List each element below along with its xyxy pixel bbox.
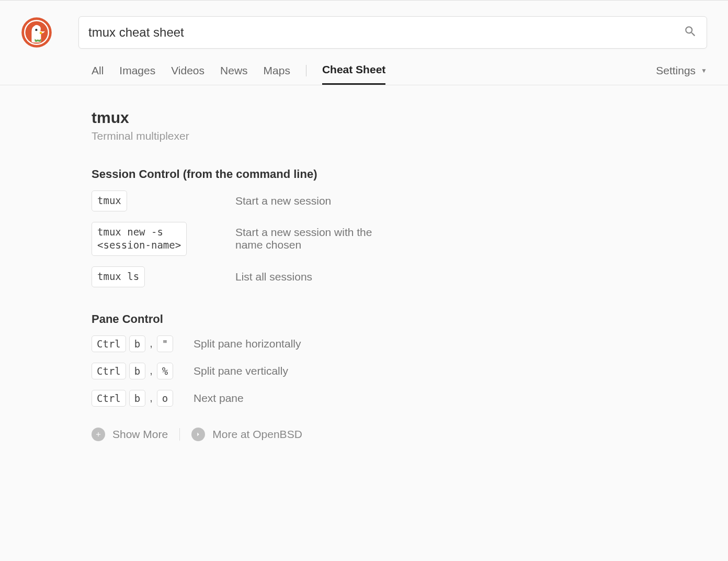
command-row: tmux Start a new session <box>92 190 450 211</box>
key-separator: , <box>149 365 154 377</box>
chevron-down-icon: ▼ <box>701 67 707 74</box>
tab-videos[interactable]: Videos <box>171 64 204 84</box>
footer-row: Show More More at OpenBSD <box>92 428 450 441</box>
svg-point-3 <box>35 29 37 31</box>
section-heading: Pane Control <box>92 312 450 326</box>
shortcut-row: Ctrl b , % Split pane vertically <box>92 363 450 379</box>
tabs-row: All Images Videos News Maps Cheat Sheet … <box>0 63 728 85</box>
tab-separator <box>306 65 306 76</box>
command-code: tmux new -s <session-name> <box>92 222 187 256</box>
page-title: tmux <box>92 109 450 127</box>
key: % <box>157 363 173 379</box>
more-at-link[interactable]: More at OpenBSD <box>191 428 302 441</box>
shortcut-row: Ctrl b , " Split pane horizontally <box>92 335 450 352</box>
command-desc: List all sessions <box>235 271 312 283</box>
command-code: tmux ls <box>92 266 145 287</box>
search-icon[interactable] <box>684 25 697 40</box>
tab-maps[interactable]: Maps <box>264 64 290 84</box>
command-desc: Start a new session <box>235 195 331 207</box>
cheat-sheet-content: tmux Terminal multiplexer Session Contro… <box>0 85 471 462</box>
plus-icon <box>92 428 105 441</box>
tab-all[interactable]: All <box>92 64 104 84</box>
tab-images[interactable]: Images <box>119 64 155 84</box>
key: b <box>129 390 145 407</box>
shortcut-desc: Split pane horizontally <box>194 338 301 350</box>
key: b <box>129 363 145 379</box>
key: Ctrl <box>92 335 126 352</box>
more-at-label: More at OpenBSD <box>212 428 302 441</box>
show-more-button[interactable]: Show More <box>92 428 168 441</box>
command-row: tmux new -s <session-name> Start a new s… <box>92 222 450 256</box>
header <box>0 1 728 49</box>
separator <box>179 428 180 441</box>
key: Ctrl <box>92 390 126 407</box>
show-more-label: Show More <box>112 428 168 441</box>
section-heading: Session Control (from the command line) <box>92 167 450 181</box>
duckduckgo-logo[interactable] <box>21 17 52 48</box>
tab-news[interactable]: News <box>220 64 248 84</box>
command-desc: Start a new session with the name chosen <box>235 226 392 251</box>
command-code: tmux <box>92 190 127 211</box>
key: Ctrl <box>92 363 126 379</box>
key-separator: , <box>149 392 154 404</box>
chevron-right-icon <box>191 428 205 441</box>
search-bar <box>78 16 707 49</box>
shortcut-desc: Next pane <box>194 392 244 405</box>
key: b <box>129 335 145 352</box>
key: o <box>157 390 173 407</box>
shortcut-desc: Split pane vertically <box>194 365 288 377</box>
command-row: tmux ls List all sessions <box>92 266 450 287</box>
page-subtitle: Terminal multiplexer <box>92 130 450 142</box>
settings-menu[interactable]: Settings ▼ <box>656 64 707 84</box>
shortcut-row: Ctrl b , o Next pane <box>92 390 450 407</box>
key: " <box>157 335 173 352</box>
tab-cheat-sheet[interactable]: Cheat Sheet <box>322 63 385 85</box>
settings-label: Settings <box>656 64 696 77</box>
search-input[interactable] <box>88 25 684 40</box>
key-separator: , <box>149 338 154 350</box>
